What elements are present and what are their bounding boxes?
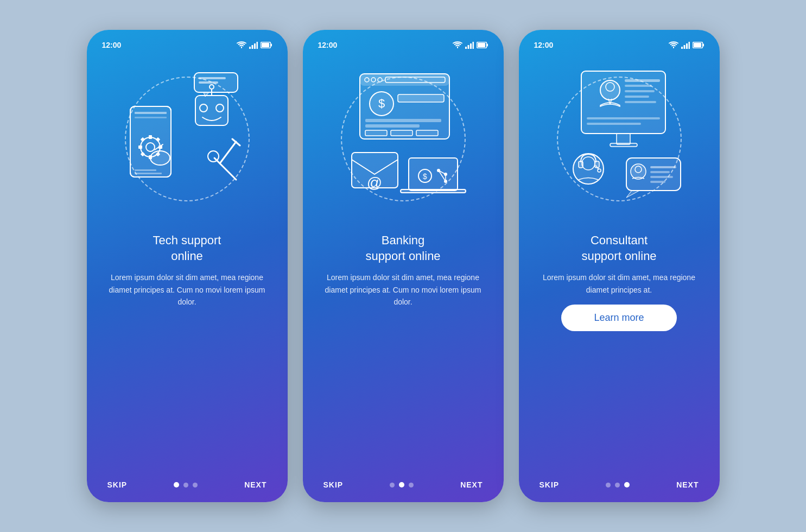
svg-rect-76 [702, 44, 704, 47]
svg-rect-5 [270, 44, 272, 47]
svg-rect-43 [486, 44, 488, 47]
skip-btn-2[interactable]: SKIP [323, 480, 344, 489]
learn-more-button[interactable]: Learn more [561, 305, 676, 331]
dot-3-2 [615, 483, 620, 487]
svg-rect-44 [478, 43, 485, 47]
svg-rect-77 [694, 43, 701, 47]
svg-rect-39 [467, 45, 469, 49]
next-btn-1[interactable]: NEXT [244, 480, 266, 489]
status-bar-3: 12:00 [534, 41, 705, 49]
dashed-circle-tech [125, 77, 250, 201]
dots-2 [390, 482, 414, 487]
status-icons-1 [237, 41, 272, 49]
desc-tech: Lorem ipsum dolor sit dim amet, mea regi… [102, 271, 272, 308]
status-time-1: 12:00 [102, 41, 122, 49]
dot-1-1 [174, 482, 179, 487]
svg-rect-0 [249, 47, 251, 49]
svg-rect-2 [254, 43, 256, 49]
svg-rect-73 [686, 43, 688, 49]
svg-rect-3 [256, 42, 258, 49]
dot-3-3 [624, 482, 630, 487]
desc-consultant: Lorem ipsum dolor sit dim amet, mea regi… [534, 271, 705, 296]
bottom-nav-3: SKIP NEXT [534, 480, 705, 489]
svg-rect-1 [251, 45, 253, 49]
phone-screen-tech: 12:00 [87, 30, 288, 502]
illustration-banking: $ @ $ [327, 55, 479, 223]
dashed-circle-consultant [557, 77, 682, 201]
dashed-circle-banking [341, 77, 466, 201]
status-time-3: 12:00 [534, 41, 554, 49]
svg-rect-38 [465, 47, 467, 49]
dot-3-1 [606, 483, 611, 487]
svg-rect-41 [472, 42, 474, 49]
dot-1-2 [183, 483, 188, 487]
signal-icon-1 [249, 41, 258, 49]
phone-screen-banking: 12:00 [303, 30, 504, 502]
dot-2-2 [399, 482, 404, 487]
battery-icon-1 [261, 42, 272, 48]
wifi-icon-2 [453, 41, 462, 49]
title-banking: Banking support online [365, 233, 440, 264]
svg-rect-6 [262, 43, 269, 47]
dots-1 [174, 482, 198, 487]
status-bar-1: 12:00 [102, 41, 272, 49]
status-icons-3 [669, 41, 705, 49]
status-bar-2: 12:00 [318, 41, 488, 49]
skip-btn-3[interactable]: SKIP [540, 480, 560, 489]
skip-btn-1[interactable]: SKIP [107, 480, 128, 489]
signal-icon-2 [465, 41, 474, 49]
dot-1-3 [193, 483, 198, 487]
dot-2-1 [390, 483, 395, 487]
phone-screen-consultant: 12:00 [519, 30, 720, 502]
signal-icon-3 [681, 41, 690, 49]
title-consultant: Consultant support online [581, 233, 656, 264]
content-tech: Tech support online Lorem ipsum dolor si… [102, 233, 272, 480]
svg-rect-40 [470, 43, 472, 49]
screens-container: 12:00 [87, 30, 720, 502]
status-time-2: 12:00 [318, 41, 338, 49]
svg-rect-72 [683, 45, 685, 49]
bottom-nav-1: SKIP NEXT [102, 480, 272, 489]
content-banking: Banking support online Lorem ipsum dolor… [318, 233, 488, 480]
content-consultant: Consultant support online Lorem ipsum do… [534, 233, 705, 480]
title-tech: Tech support online [153, 233, 221, 264]
dot-2-3 [409, 483, 414, 487]
desc-banking: Lorem ipsum dolor sit dim amet, mea regi… [318, 271, 488, 308]
bottom-nav-2: SKIP NEXT [318, 480, 488, 489]
svg-rect-74 [688, 42, 690, 49]
wifi-icon-3 [669, 41, 678, 49]
illustration-tech [111, 55, 263, 223]
next-btn-2[interactable]: NEXT [460, 480, 483, 489]
svg-rect-71 [681, 47, 683, 49]
battery-icon-3 [693, 42, 705, 48]
battery-icon-2 [477, 42, 488, 48]
illustration-consultant [543, 55, 695, 223]
dots-3 [606, 482, 630, 487]
status-icons-2 [453, 41, 488, 49]
next-btn-3[interactable]: NEXT [676, 480, 699, 489]
wifi-icon-1 [237, 41, 246, 49]
